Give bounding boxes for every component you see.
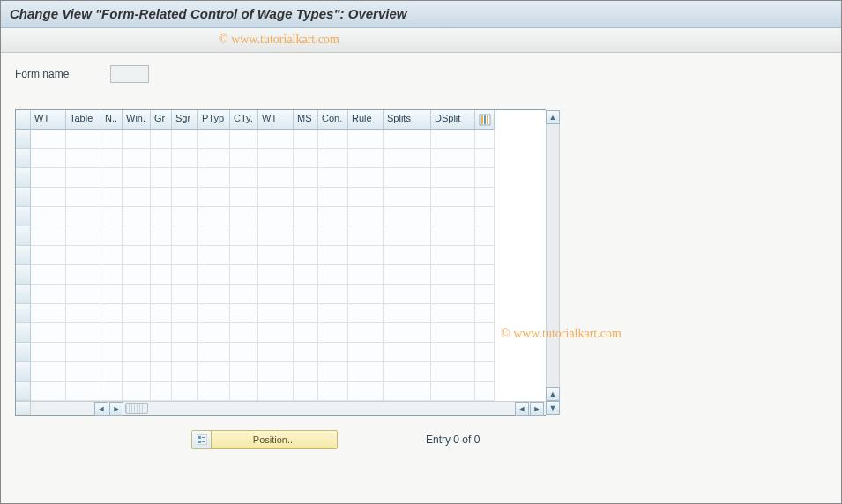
col-header-ptyp[interactable]: PTyp <box>198 110 230 130</box>
cell[interactable] <box>151 265 172 285</box>
position-button[interactable]: Position... <box>191 430 338 449</box>
cell[interactable] <box>66 323 101 343</box>
cell[interactable] <box>294 285 318 304</box>
table-row[interactable] <box>16 323 546 343</box>
cell[interactable] <box>384 265 431 285</box>
cell[interactable] <box>101 285 123 304</box>
col-header-sgr[interactable]: Sgr <box>172 110 198 130</box>
cell[interactable] <box>348 168 384 188</box>
table-row[interactable] <box>16 226 546 246</box>
cell[interactable] <box>151 226 172 246</box>
cell[interactable] <box>318 188 348 207</box>
cell[interactable] <box>123 149 151 168</box>
cell[interactable] <box>258 168 294 188</box>
cell[interactable] <box>294 343 318 362</box>
cell[interactable] <box>198 343 230 362</box>
cell[interactable] <box>198 382 230 401</box>
hscroll-left-button-2[interactable]: ◄ <box>515 402 529 416</box>
cell[interactable] <box>172 343 198 362</box>
cell[interactable] <box>31 382 66 401</box>
cell[interactable] <box>431 246 475 265</box>
cell[interactable] <box>348 362 384 382</box>
cell[interactable] <box>151 285 172 304</box>
cell[interactable] <box>66 188 101 207</box>
cell[interactable] <box>294 188 318 207</box>
cell[interactable] <box>230 323 258 343</box>
cell[interactable] <box>230 207 258 226</box>
col-header-n[interactable]: N.. <box>101 110 123 130</box>
cell[interactable] <box>230 382 258 401</box>
col-header-con[interactable]: Con. <box>318 110 348 130</box>
vscroll-down-button[interactable]: ▼ <box>546 401 560 415</box>
cell[interactable] <box>31 168 66 188</box>
cell[interactable] <box>151 343 172 362</box>
cell[interactable] <box>230 362 258 382</box>
form-name-input[interactable] <box>110 65 149 83</box>
cell[interactable] <box>198 304 230 323</box>
table-row[interactable] <box>16 188 546 207</box>
cell[interactable] <box>101 246 123 265</box>
cell[interactable] <box>66 343 101 362</box>
cell[interactable] <box>172 304 198 323</box>
cell[interactable] <box>123 343 151 362</box>
cell[interactable] <box>258 207 294 226</box>
cell[interactable] <box>294 323 318 343</box>
cell[interactable] <box>318 226 348 246</box>
cell[interactable] <box>66 207 101 226</box>
cell[interactable] <box>151 362 172 382</box>
cell[interactable] <box>101 188 123 207</box>
cell[interactable] <box>431 207 475 226</box>
configure-columns-icon[interactable] <box>475 110 495 130</box>
cell[interactable] <box>431 343 475 362</box>
cell[interactable] <box>31 149 66 168</box>
cell[interactable] <box>172 168 198 188</box>
cell[interactable] <box>230 188 258 207</box>
row-selector[interactable] <box>16 226 31 246</box>
cell[interactable] <box>101 226 123 246</box>
cell[interactable] <box>348 285 384 304</box>
cell[interactable] <box>151 323 172 343</box>
cell[interactable] <box>66 226 101 246</box>
row-selector[interactable] <box>16 246 31 265</box>
cell[interactable] <box>151 149 172 168</box>
cell[interactable] <box>384 246 431 265</box>
cell[interactable] <box>431 130 475 149</box>
cell[interactable] <box>123 130 151 149</box>
row-selector[interactable] <box>16 207 31 226</box>
row-selector[interactable] <box>16 168 31 188</box>
row-selector[interactable] <box>16 343 31 362</box>
cell[interactable] <box>66 149 101 168</box>
table-row[interactable] <box>16 168 546 188</box>
col-header-win[interactable]: Win. <box>123 110 151 130</box>
cell[interactable] <box>172 130 198 149</box>
cell[interactable] <box>151 246 172 265</box>
cell[interactable] <box>172 323 198 343</box>
cell[interactable] <box>123 207 151 226</box>
cell[interactable] <box>66 168 101 188</box>
table-row[interactable] <box>16 265 546 285</box>
cell[interactable] <box>66 304 101 323</box>
cell[interactable] <box>31 130 66 149</box>
cell[interactable] <box>431 285 475 304</box>
cell[interactable] <box>384 323 431 343</box>
cell[interactable] <box>172 362 198 382</box>
cell[interactable] <box>151 188 172 207</box>
cell[interactable] <box>172 382 198 401</box>
cell[interactable] <box>431 226 475 246</box>
cell[interactable] <box>258 149 294 168</box>
cell[interactable] <box>258 343 294 362</box>
vertical-scrollbar[interactable]: ▲ ▲ ▼ <box>546 110 560 415</box>
cell[interactable] <box>384 226 431 246</box>
cell[interactable] <box>258 323 294 343</box>
col-header-wt[interactable]: WT <box>258 110 294 130</box>
cell[interactable] <box>318 265 348 285</box>
hscroll-left-button[interactable]: ◄ <box>94 402 108 416</box>
cell[interactable] <box>172 285 198 304</box>
cell[interactable] <box>318 285 348 304</box>
cell[interactable] <box>66 382 101 401</box>
cell[interactable] <box>258 265 294 285</box>
cell[interactable] <box>198 285 230 304</box>
row-selector[interactable] <box>16 188 31 207</box>
cell[interactable] <box>258 285 294 304</box>
cell[interactable] <box>31 246 66 265</box>
